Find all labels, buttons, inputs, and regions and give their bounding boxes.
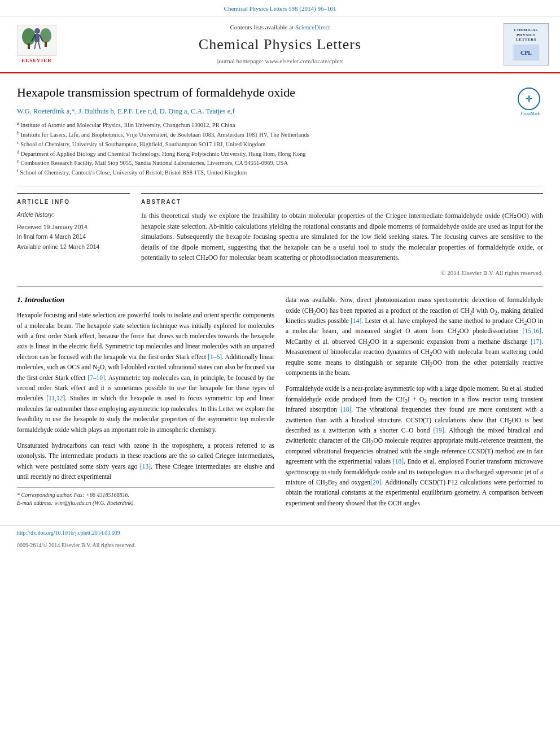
affiliations: a Institute of Atomic and Molecular Phys… xyxy=(17,121,512,177)
footer-email-note: E-mail address: wim@jlu.edu.cn (W.G. Roe… xyxy=(17,499,274,507)
available-at-text: Contents lists available at ScienceDirec… xyxy=(62,23,498,32)
svg-rect-6 xyxy=(35,34,40,42)
doi-link[interactable]: http://dx.doi.org/10.1016/j.cplett.2014.… xyxy=(17,529,120,537)
affiliation-c: c School of Chemistry, University of Sou… xyxy=(17,140,512,149)
showed-word: showed xyxy=(345,500,365,506)
journal-homepage: journal homepage: www.elsevier.com/locat… xyxy=(62,57,498,65)
article-title: Hexapole transmission spectrum of formal… xyxy=(17,85,512,101)
title-area: Hexapole transmission spectrum of formal… xyxy=(17,85,512,178)
tree-image xyxy=(17,25,56,56)
main-content: Hexapole transmission spectrum of formal… xyxy=(0,73,560,525)
body-paragraph-1: Hexapole focusing and state selection ar… xyxy=(17,310,274,435)
elsevier-logo: ELSEVIER xyxy=(11,25,62,64)
footer-copyright: 0009-2614/© 2014 Elsevier B.V. All right… xyxy=(0,540,560,554)
article-info-label: ARTICLE INFO xyxy=(17,198,130,206)
divider-1 xyxy=(17,186,543,186)
info-abstract-section: ARTICLE INFO Article history: Received 1… xyxy=(17,193,543,277)
abstract-text: In this theoretical study we explore the… xyxy=(141,211,543,263)
affiliation-d: d Department of Applied Biology and Chem… xyxy=(17,150,512,159)
affiliation-a: a Institute of Atomic and Molecular Phys… xyxy=(17,121,512,130)
copyright-line: © 2014 Elsevier B.V. All rights reserved… xyxy=(141,269,543,277)
body-paragraph-2: Unsaturated hydrocarbons can react with … xyxy=(17,440,274,482)
abstract-col: ABSTRACT In this theoretical study we ex… xyxy=(141,193,543,277)
article-title-section: Hexapole transmission spectrum of formal… xyxy=(17,85,543,178)
abstract-label: ABSTRACT xyxy=(141,198,543,206)
body-left-column: 1. Introduction Hexapole focusing and st… xyxy=(17,295,274,514)
section1-heading: 1. Introduction xyxy=(17,295,274,305)
svg-point-5 xyxy=(34,28,40,34)
received-date: Received 19 January 2014 xyxy=(17,222,130,233)
journal-reference: Chemical Physics Letters 598 (2014) 96–1… xyxy=(224,5,336,12)
article-info-col: ARTICLE INFO Article history: Received 1… xyxy=(17,193,130,277)
final-form-date: In final form 4 March 2014 xyxy=(17,232,130,242)
abstract-box: ABSTRACT In this theoretical study we ex… xyxy=(141,193,543,277)
svg-text:CPL: CPL xyxy=(520,50,532,56)
article-history-label: Article history: xyxy=(17,211,130,219)
body-area: 1. Introduction Hexapole focusing and st… xyxy=(17,286,543,514)
body-paragraph-3: data was available. Now, direct photoion… xyxy=(286,295,543,378)
authors: W.G. Roeterdink a,*, J. Bulthuis b, E.P.… xyxy=(17,107,512,117)
footer-star-note: * Corresponding author. Fax: +86 4318516… xyxy=(17,491,274,499)
right-logo-area: CHEMICAL PHYSICS LETTERS CPL xyxy=(498,23,549,65)
top-bar: Chemical Physics Letters 598 (2014) 96–1… xyxy=(0,0,560,16)
body-paragraph-4: Formaldehyde oxide is a near-prolate asy… xyxy=(286,383,543,508)
left-logo-area: ELSEVIER xyxy=(11,25,62,64)
crossmark-label: CrossMark xyxy=(518,111,543,117)
crossmark-badge[interactable]: ✛ xyxy=(518,88,540,110)
affiliation-f: f School of Chemistry, Cantock's Close, … xyxy=(17,168,512,177)
elsevier-text: ELSEVIER xyxy=(21,57,52,64)
article-info-box: ARTICLE INFO Article history: Received 1… xyxy=(17,193,130,252)
footer-note: * Corresponding author. Fax: +86 4318516… xyxy=(17,487,274,507)
body-right-column: data was available. Now, direct photoion… xyxy=(286,295,543,514)
crossmark-area: ✛ CrossMark xyxy=(518,88,543,117)
svg-rect-2 xyxy=(28,43,30,49)
affiliation-b: b Institute for Lasers, Life, and Biopho… xyxy=(17,130,512,139)
footer-links: http://dx.doi.org/10.1016/j.cplett.2014.… xyxy=(0,525,560,540)
sciencedirect-link[interactable]: ScienceDirect xyxy=(295,24,330,30)
available-online-date: Available online 12 March 2014 xyxy=(17,242,130,252)
journal-title: Chemical Physics Letters xyxy=(62,34,498,55)
affiliation-e: e Combustion Research Facility, Mail Sto… xyxy=(17,159,512,168)
journal-header: ELSEVIER Contents lists available at Sci… xyxy=(0,16,560,73)
journal-center-info: Contents lists available at ScienceDirec… xyxy=(62,23,498,65)
svg-point-3 xyxy=(40,28,51,43)
cpl-logo: CHEMICAL PHYSICS LETTERS CPL xyxy=(504,23,549,65)
svg-rect-4 xyxy=(45,42,47,47)
